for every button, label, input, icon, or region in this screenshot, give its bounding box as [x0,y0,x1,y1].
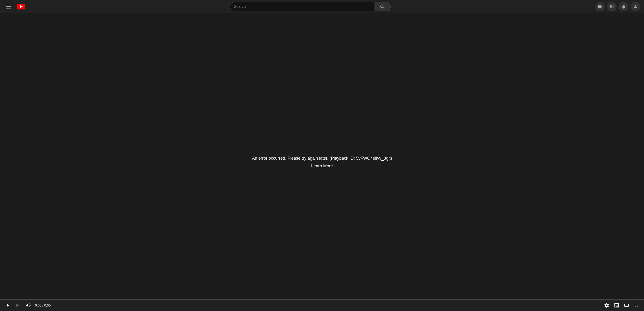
bell-icon [621,4,626,9]
play-button[interactable] [4,302,11,309]
miniplayer-button[interactable] [613,302,620,309]
time-display: 0:00 / 0:00 [35,304,50,307]
error-overlay: An error occurred. Please try again late… [252,156,392,169]
search-input[interactable] [230,2,374,11]
search-button[interactable] [374,2,390,11]
search-icon [380,4,385,9]
volume-icon [26,303,31,308]
hamburger-menu-button[interactable] [4,3,13,10]
theater-mode-icon [624,303,629,308]
mute-button[interactable] [24,302,32,309]
settings-icon [604,303,610,308]
nav-icon-button-1[interactable] [595,2,605,11]
youtube-icon [17,4,25,9]
error-message-text: An error occurred. Please try again late… [252,156,392,161]
next-button[interactable] [14,302,22,309]
grid-icon [610,4,614,9]
controls-bar: 0:00 / 0:00 [0,300,644,311]
nav-icon-button-2[interactable] [607,2,616,11]
play-icon [5,303,10,308]
nav-left [4,3,25,10]
right-controls [603,302,640,309]
miniplayer-icon [614,303,620,308]
nav-center [25,2,595,11]
learn-more-link[interactable]: Learn More [311,164,333,168]
next-icon [15,303,21,308]
video-camera-icon [598,4,602,9]
fullscreen-icon [634,303,639,308]
nav-icon-button-3[interactable] [619,2,628,11]
search-bar [230,2,390,11]
user-icon [633,4,638,9]
nav-right [595,2,640,11]
settings-button[interactable] [603,302,610,309]
theater-mode-button[interactable] [623,302,630,309]
video-player[interactable]: An error occurred. Please try again late… [0,13,644,311]
fullscreen-button[interactable] [633,302,640,309]
navbar [0,0,644,13]
user-avatar-button[interactable] [631,2,640,11]
youtube-logo[interactable] [17,4,25,9]
